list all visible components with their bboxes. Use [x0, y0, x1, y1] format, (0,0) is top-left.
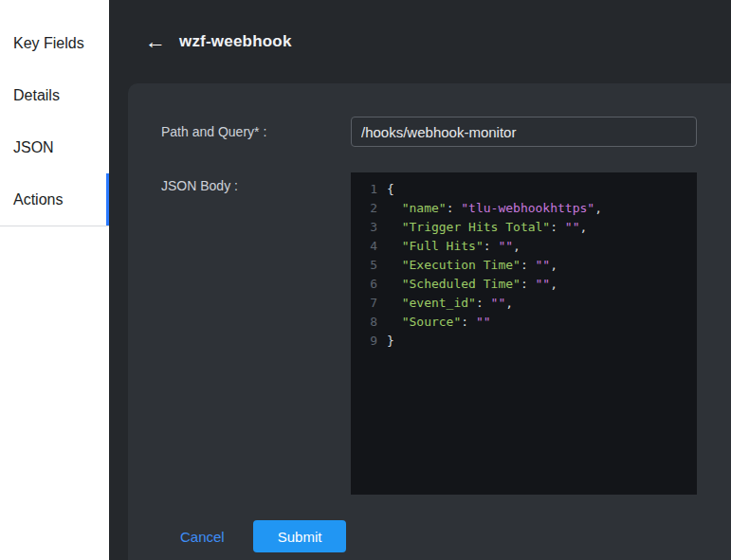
path-query-row: Path and Query* :: [161, 117, 697, 147]
code-line: 9}: [351, 332, 697, 351]
line-number: 2: [351, 199, 377, 218]
code-line: 3 "Trigger Hits Total": "",: [351, 218, 697, 237]
line-number: 9: [351, 332, 377, 351]
line-number: 8: [351, 313, 377, 332]
json-body-label: JSON Body :: [161, 172, 351, 193]
app-window: Key FieldsDetailsJSONActions ← wzf-weebh…: [0, 0, 731, 560]
code-text: "Trigger Hits Total": "",: [377, 218, 587, 237]
code-line: 4 "Full Hits": "",: [351, 237, 697, 256]
json-code-editor[interactable]: 1{2 "name": "tlu-webhookhttps",3 "Trigge…: [351, 172, 697, 495]
line-number: 5: [351, 256, 377, 275]
back-arrow-icon[interactable]: ←: [145, 31, 166, 52]
sidebar-items: Key FieldsDetailsJSONActions: [0, 17, 109, 226]
code-line: 8 "Source": "": [351, 313, 697, 332]
page-title: wzf-weebhook: [179, 32, 292, 51]
main-panel: ← wzf-weebhook Path and Query* : JSON Bo…: [109, 0, 731, 560]
sidebar-item-details[interactable]: Details: [0, 69, 109, 121]
line-number: 7: [351, 294, 377, 313]
line-number: 1: [351, 180, 377, 199]
code-text: {: [377, 180, 394, 199]
code-line: 5 "Execution Time": "",: [351, 256, 697, 275]
json-editor-lines: 1{2 "name": "tlu-webhookhttps",3 "Trigge…: [351, 180, 697, 351]
code-line: 1{: [351, 180, 697, 199]
path-query-input[interactable]: [351, 117, 697, 147]
code-text: "event_id": "",: [377, 294, 513, 313]
sidebar-divider: [0, 226, 109, 226]
code-line: 6 "Scheduled Time": "",: [351, 275, 697, 294]
code-text: "name": "tlu-webhookhttps",: [377, 199, 602, 218]
sidebar-item-key-fields[interactable]: Key Fields: [0, 17, 109, 69]
submit-button[interactable]: Submit: [253, 520, 347, 552]
page-header: ← wzf-weebhook: [109, 0, 731, 83]
code-line: 2 "name": "tlu-webhookhttps",: [351, 199, 697, 218]
json-body-row: JSON Body : 1{2 "name": "tlu-webhookhttp…: [161, 172, 697, 495]
form-card: Path and Query* : JSON Body : 1{2 "name"…: [128, 83, 731, 560]
code-text: "Full Hits": "",: [377, 237, 521, 256]
sidebar: Key FieldsDetailsJSONActions: [0, 0, 109, 560]
sidebar-item-actions[interactable]: Actions: [0, 173, 109, 226]
line-number: 3: [351, 218, 377, 237]
code-line: 7 "event_id": "",: [351, 294, 697, 313]
code-text: "Execution Time": "",: [377, 256, 557, 275]
code-text: "Source": "": [377, 313, 491, 332]
form-actions: Cancel Submit: [161, 520, 697, 552]
path-query-label: Path and Query* :: [161, 124, 351, 139]
sidebar-item-json[interactable]: JSON: [0, 121, 109, 173]
code-text: "Scheduled Time": "",: [377, 275, 557, 294]
line-number: 6: [351, 275, 377, 294]
cancel-button[interactable]: Cancel: [180, 529, 225, 545]
line-number: 4: [351, 237, 377, 256]
code-text: }: [377, 332, 394, 351]
